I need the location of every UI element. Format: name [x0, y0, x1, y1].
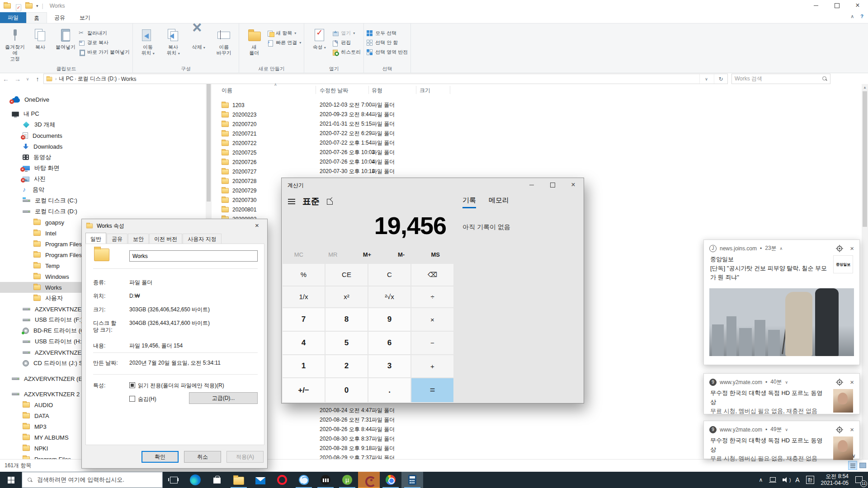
column-header-size[interactable]: 크기	[420, 85, 430, 96]
column-header-type[interactable]: 유형	[372, 85, 382, 96]
file-row[interactable]: 2020-08-28 오후 9:18파일 폴더	[212, 444, 710, 453]
sidebar-item-로컬 디스크 (D:)[interactable]: 로컬 디스크 (D:)	[0, 206, 206, 217]
taskbar-app-opera[interactable]	[271, 472, 293, 488]
ribbon-button-복사-위치[interactable]: 복사위치 ▾	[161, 25, 185, 63]
notification-toast[interactable]: 9www.y2mate.com•49분∨×무수정 한국의 대학생 독점 HD 포…	[703, 421, 860, 459]
calc-key-8[interactable]: 8	[326, 308, 368, 331]
ok-button[interactable]: 확인	[142, 451, 179, 463]
taskbar-app-file-explorer[interactable]	[228, 472, 250, 488]
taskbar-app-mail[interactable]	[250, 472, 271, 488]
menu-icon[interactable]	[288, 199, 295, 204]
memory-key-M+[interactable]: M+	[350, 249, 384, 261]
ribbon-tab-공유[interactable]: 공유	[47, 12, 72, 23]
ribbon-button-바로-가기-붙여넣기[interactable]: 바로 가기 붙여넣기	[79, 49, 130, 56]
calc-key-2[interactable]: 2	[326, 355, 368, 378]
calc-key-.[interactable]: .	[368, 378, 410, 402]
memory-key-M-[interactable]: M-	[384, 249, 419, 261]
sidebar-item-로컬 디스크 (C:)[interactable]: 로컬 디스크 (C:)	[0, 195, 206, 206]
breadcrumb-item[interactable]: Works	[121, 76, 137, 82]
toast-more-chevron-icon[interactable]: ∨	[852, 453, 856, 459]
taskbar-app-edge[interactable]	[184, 472, 206, 488]
cancel-button[interactable]: 취소	[184, 451, 221, 463]
scrollbar-up-icon[interactable]: ▲	[862, 84, 868, 91]
maximize-button[interactable]	[826, 0, 847, 11]
sidebar-item-3D 개체[interactable]: 3D 개체	[0, 119, 206, 130]
toast-chevron-icon[interactable]: ∨	[785, 380, 788, 385]
calc-key-7[interactable]: 7	[283, 308, 325, 331]
taskbar-search-input[interactable]: 검색하려면 여기에 입력하십시오.	[22, 472, 163, 488]
ribbon-tab-보기[interactable]: 보기	[72, 12, 98, 23]
qat-new-folder-icon[interactable]	[25, 3, 33, 9]
calc-key-3[interactable]: 3	[368, 355, 410, 378]
thumbnail-view-icon[interactable]	[858, 461, 867, 470]
file-row[interactable]: 2020-08-26 오전 7:31파일 폴더	[212, 415, 710, 425]
toast-settings-icon[interactable]	[837, 246, 842, 251]
start-button[interactable]	[0, 472, 22, 488]
toast-chevron-icon[interactable]: ∧	[780, 246, 783, 251]
file-row[interactable]: 202007272020-07-30 오후 10:18파일 폴더	[212, 167, 710, 176]
calc-key-x²[interactable]: x²	[326, 286, 368, 308]
ribbon-button-선택-영역-반전[interactable]: 선택 영역 반전	[367, 49, 408, 56]
calc-key-CE[interactable]: CE	[326, 264, 368, 286]
readonly-checkbox-box[interactable]	[129, 382, 135, 388]
advanced-button[interactable]: 고급(D)...	[189, 392, 258, 404]
ribbon-button-새-폴더[interactable]: 새폴더	[242, 25, 266, 63]
recent-locations-icon[interactable]: ∨	[24, 77, 32, 81]
dialog-tab-일반[interactable]: 일반	[85, 233, 106, 244]
hidden-checkbox-box[interactable]	[129, 396, 135, 402]
help-icon[interactable]: ?	[860, 14, 863, 19]
refresh-icon[interactable]: ↻	[714, 74, 727, 84]
memory-key-MC[interactable]: MC	[282, 249, 316, 261]
taskbar-app-utorrent[interactable]	[336, 472, 358, 488]
file-row[interactable]: 2020-08-26 오후 8:44파일 폴더	[212, 425, 710, 434]
calc-key-1/x[interactable]: 1/x	[283, 286, 325, 308]
dialog-close-icon[interactable]: ×	[247, 219, 267, 232]
calc-key-+[interactable]: +	[411, 355, 453, 378]
memory-key-MR[interactable]: MR	[316, 249, 350, 261]
ribbon-button-삭제[interactable]: 삭제 ▾	[186, 25, 211, 63]
ribbon-button-선택-안-함[interactable]: 선택 안 함	[367, 39, 408, 46]
ribbon-button-이동-위치[interactable]: 이동위치 ▾	[136, 25, 160, 63]
taskbar-app-calculator[interactable]	[401, 472, 423, 488]
taskbar-app-sync-app[interactable]	[293, 472, 315, 488]
minimize-button[interactable]	[806, 0, 826, 11]
column-header-date[interactable]: 수정한 날짜	[320, 85, 348, 96]
calc-maximize-button[interactable]	[542, 178, 563, 192]
notification-toast[interactable]: Jnews.joins.com•23분∧×중앙일보[단독] "공시가탓 건보 피…	[703, 239, 860, 365]
calc-key-4[interactable]: 4	[283, 332, 325, 354]
calc-minimize-button[interactable]	[521, 178, 542, 192]
taskbar-app-chrome[interactable]	[380, 472, 401, 488]
sidebar-item-내 PC[interactable]: 내 PC	[0, 108, 206, 119]
toast-settings-icon[interactable]	[837, 427, 842, 432]
tray-chevron-up-icon[interactable]: ∧	[755, 472, 766, 488]
calc-close-button[interactable]	[563, 178, 584, 192]
breadcrumb-item[interactable]: 내 PC	[59, 75, 73, 83]
calc-key-%[interactable]: %	[283, 264, 325, 286]
file-row[interactable]: 12032020-12-03 오전 7:00파일 폴더	[212, 100, 710, 110]
taskbar-clock[interactable]: 오전 8:54 2021-04-05	[817, 473, 852, 487]
ribbon-button-새-항목[interactable]: 새 항목▾	[267, 30, 301, 37]
tab-memory[interactable]: 메모리	[489, 196, 509, 208]
ime-korean-indicator[interactable]: 한	[803, 472, 817, 488]
ribbon-button-열기[interactable]: 열기▾	[332, 30, 361, 37]
file-row[interactable]: 202007252020-07-26 오후 10:03파일 폴더	[212, 148, 710, 157]
file-row[interactable]: 202007202021-01-31 오전 5:15파일 폴더	[212, 119, 710, 129]
back-icon[interactable]: ←	[0, 75, 12, 83]
taskbar-app-cubase[interactable]	[358, 472, 380, 488]
calc-key-²√x[interactable]: ²√x	[368, 286, 410, 308]
filelist-scrollbar[interactable]: ▲	[862, 84, 868, 459]
volume-icon[interactable]: )	[779, 472, 792, 488]
taskbar-app-task-view[interactable]	[163, 472, 184, 488]
notification-toast[interactable]: 9www.y2mate.com•40분∨×무수정 한국의 대학생 독점 HD 포…	[703, 373, 860, 414]
ribbon-tab-file[interactable]: 파일	[0, 12, 26, 23]
folder-name-input[interactable]: Works	[129, 250, 258, 262]
apply-button[interactable]: 적용(A)	[226, 451, 264, 463]
readonly-checkbox[interactable]: 읽기 전용(폴더의 파일에만 적용)(R)	[129, 382, 224, 389]
ribbon-button-경로-복사[interactable]: 경로 복사	[79, 39, 130, 46]
breadcrumb[interactable]: › 내 PC›로컬 디스크 (D:)›Works ∨ ↻	[43, 74, 728, 84]
calc-key-1[interactable]: 1	[283, 355, 325, 378]
memory-key-MS[interactable]: MS	[418, 249, 453, 261]
file-row[interactable]: 2020-08-30 오후 8:37파일 폴더	[212, 434, 710, 444]
hidden-checkbox[interactable]: 숨김(H)	[129, 396, 156, 403]
search-input[interactable]: Works 검색	[731, 74, 830, 84]
